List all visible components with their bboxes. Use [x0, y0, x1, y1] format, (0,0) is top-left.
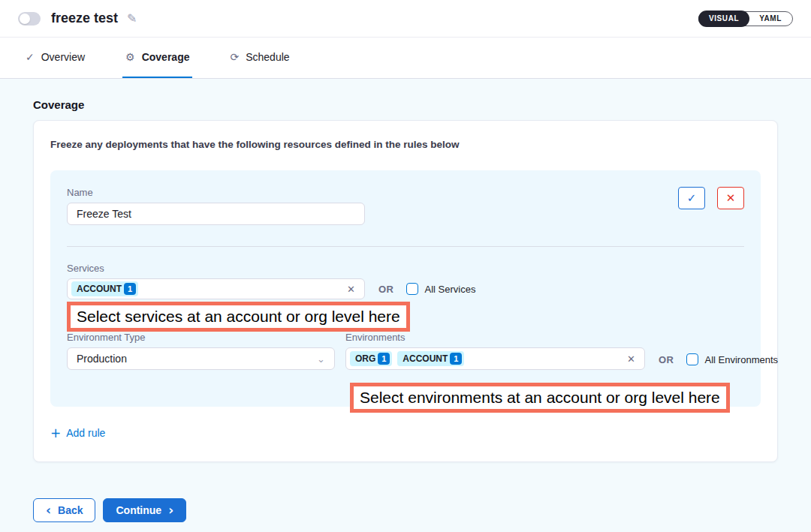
- confirm-rule-button[interactable]: ✓: [678, 187, 705, 209]
- environments-input-row: ORG 1 ACCOUNT 1 ✕ OR: [345, 347, 778, 370]
- toggle-knob-icon: [20, 14, 30, 24]
- services-or-wrap: OR: [365, 278, 406, 299]
- all-services-wrap: All Services: [406, 278, 476, 299]
- environments-multiselect-input[interactable]: ORG 1 ACCOUNT 1 ✕: [345, 347, 645, 370]
- tab-overview[interactable]: ✓ Overview: [23, 38, 88, 78]
- tab-overview-label: Overview: [41, 51, 85, 63]
- environment-tag-org: ORG 1: [350, 351, 392, 366]
- environments-annotation-callout: Select environments at an account or org…: [350, 383, 730, 413]
- card-description: Freeze any deployments that have the fol…: [50, 139, 761, 150]
- chevron-down-icon: ⌄: [317, 353, 325, 365]
- environment-tag-account-count-badge: 1: [450, 353, 462, 365]
- continue-button-label: Continue: [116, 504, 161, 516]
- environments-label: Environments: [345, 332, 778, 343]
- check-icon: ✓: [26, 51, 35, 63]
- rule-name-row: Name ✓ ✕: [67, 187, 744, 225]
- confirm-check-icon: ✓: [687, 191, 697, 205]
- rule-divider: [67, 246, 744, 247]
- add-rule-label: Add rule: [66, 427, 105, 439]
- gear-icon: ⚙: [125, 51, 135, 63]
- service-tag-count-badge: 1: [124, 283, 136, 295]
- cancel-x-icon: ✕: [726, 191, 736, 205]
- service-tag-text: ACCOUNT: [77, 284, 122, 294]
- environment-tag-org-text: ORG: [355, 353, 375, 364]
- freeze-enabled-toggle[interactable]: [18, 12, 41, 26]
- main-content: Coverage Freeze any deployments that hav…: [0, 79, 811, 532]
- back-button[interactable]: ‹ Back: [33, 498, 95, 522]
- top-header: freeze test ✎ VISUAL YAML: [0, 0, 811, 38]
- all-environments-checkbox[interactable]: [686, 353, 698, 365]
- page-title: freeze test: [51, 11, 118, 26]
- freeze-rule-panel: Name ✓ ✕ Services ACCOUNT: [50, 170, 761, 407]
- environment-type-group: Environment Type Production ⌄: [67, 332, 335, 370]
- tab-schedule-label: Schedule: [246, 51, 289, 63]
- footer-buttons: ‹ Back Continue ›: [33, 498, 778, 522]
- environments-or-label: OR: [659, 354, 674, 365]
- add-rule-link[interactable]: + Add rule: [50, 427, 105, 439]
- coverage-section-title: Coverage: [33, 98, 778, 111]
- environment-tag-org-count-badge: 1: [378, 353, 390, 365]
- name-label: Name: [67, 187, 365, 198]
- environment-type-label: Environment Type: [67, 332, 335, 343]
- environment-type-value: Production: [77, 353, 127, 365]
- service-tag-account: ACCOUNT 1: [71, 281, 138, 296]
- environments-or-wrap: OR: [645, 349, 686, 370]
- name-field-group: Name: [67, 187, 365, 225]
- services-multiselect-input[interactable]: ACCOUNT 1 ✕: [67, 278, 365, 299]
- schedule-icon: ⟳: [230, 51, 239, 63]
- services-label: Services: [67, 263, 744, 274]
- services-row: ACCOUNT 1 ✕ OR All Services: [67, 278, 744, 299]
- services-annotation-callout: Select services at an account or org lev…: [67, 302, 410, 332]
- tab-bar: ✓ Overview ⚙ Coverage ⟳ Schedule: [0, 38, 811, 79]
- coverage-card: Freeze any deployments that have the fol…: [33, 120, 778, 462]
- rule-name-input[interactable]: [67, 203, 365, 225]
- back-button-label: Back: [58, 504, 83, 516]
- environment-tag-account: ACCOUNT 1: [397, 351, 464, 366]
- all-environments-label[interactable]: All Environments: [705, 354, 779, 365]
- chevron-left-icon: ‹: [46, 504, 51, 517]
- visual-toggle-button[interactable]: VISUAL: [698, 11, 749, 27]
- all-services-label[interactable]: All Services: [425, 284, 476, 295]
- visual-yaml-toggle: VISUAL YAML: [698, 11, 793, 26]
- all-environments-wrap: All Environments: [686, 349, 779, 370]
- all-services-checkbox[interactable]: [406, 283, 418, 295]
- environment-tag-account-text: ACCOUNT: [402, 353, 448, 364]
- cancel-rule-button[interactable]: ✕: [717, 187, 744, 209]
- services-clear-icon[interactable]: ✕: [347, 284, 355, 295]
- tab-coverage[interactable]: ⚙ Coverage: [122, 38, 192, 78]
- edit-pencil-icon[interactable]: ✎: [127, 11, 137, 26]
- environment-type-dropdown[interactable]: Production ⌄: [67, 347, 335, 370]
- rule-action-buttons: ✓ ✕: [678, 187, 744, 209]
- environments-group: Environments ORG 1 ACCOUNT 1 ✕: [345, 332, 778, 370]
- environments-clear-icon[interactable]: ✕: [627, 353, 635, 365]
- tab-coverage-label: Coverage: [142, 51, 190, 63]
- services-or-label: OR: [378, 284, 394, 295]
- tab-schedule[interactable]: ⟳ Schedule: [227, 38, 292, 78]
- environment-row: Environment Type Production ⌄ Environmen…: [67, 332, 744, 370]
- yaml-toggle-button[interactable]: YAML: [749, 11, 792, 26]
- chevron-right-icon: ›: [168, 504, 173, 517]
- plus-icon: +: [50, 428, 61, 438]
- continue-button[interactable]: Continue ›: [103, 498, 186, 522]
